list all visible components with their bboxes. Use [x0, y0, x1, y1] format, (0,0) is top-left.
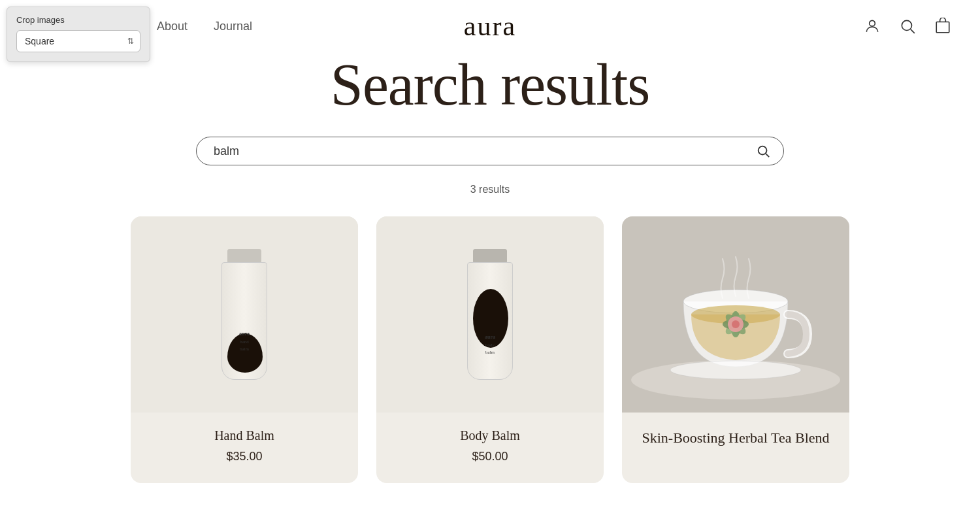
product-image-herbal-tea [622, 216, 849, 413]
main-content: Search results 3 results a [0, 52, 980, 522]
crop-images-select[interactable]: Square Original Landscape Portrait [16, 30, 140, 52]
svg-rect-3 [936, 22, 949, 33]
results-count: 3 results [52, 184, 928, 195]
svg-point-15 [732, 320, 740, 328]
product-image-hand-balm: aura handbalm [131, 216, 358, 413]
product-card-hand-balm[interactable]: aura handbalm Hand Balm $35.00 [131, 216, 358, 483]
body-balm-illustration: aura bodybalm [467, 249, 513, 380]
product-image-body-balm: aura bodybalm [376, 216, 604, 413]
product-info-herbal-tea: Skin-Boosting Herbal Tea Blend [622, 413, 849, 475]
site-logo[interactable]: aura [464, 10, 516, 42]
product-grid: aura handbalm Hand Balm $35.00 [131, 216, 849, 483]
product-name-herbal-tea: Skin-Boosting Herbal Tea Blend [638, 428, 834, 448]
svg-line-2 [911, 29, 915, 33]
product-name-body-balm: Body Balm [392, 428, 588, 443]
cart-button[interactable] [932, 15, 954, 37]
search-bar-wrapper [52, 137, 928, 165]
product-price-body-balm: $50.00 [392, 450, 588, 464]
svg-point-16 [670, 361, 801, 379]
product-info-hand-balm: Hand Balm $35.00 [131, 413, 358, 483]
search-nav-button[interactable] [896, 15, 919, 37]
cart-icon [934, 18, 951, 35]
hand-balm-illustration: aura handbalm [221, 249, 267, 380]
search-input[interactable] [214, 144, 756, 158]
product-price-hand-balm: $35.00 [146, 450, 342, 464]
product-card-body-balm[interactable]: aura bodybalm Body Balm $50.00 [376, 216, 604, 483]
search-submit-button[interactable] [756, 144, 770, 158]
nav-journal-link[interactable]: Journal [214, 20, 252, 33]
svg-point-4 [759, 146, 767, 155]
crop-panel: Crop images Square Original Landscape Po… [7, 7, 150, 62]
tea-cup-illustration [631, 223, 840, 406]
nav-left: About Journal [157, 20, 252, 33]
product-name-hand-balm: Hand Balm [146, 428, 342, 443]
nav-about-link[interactable]: About [157, 20, 188, 33]
svg-point-1 [902, 20, 911, 30]
search-submit-icon [756, 144, 770, 158]
search-bar [196, 137, 784, 165]
nav-icons [861, 15, 954, 37]
crop-panel-label: Crop images [16, 15, 140, 25]
product-card-herbal-tea[interactable]: Skin-Boosting Herbal Tea Blend [622, 216, 849, 483]
page-title: Search results [52, 52, 928, 117]
crop-select-wrapper: Square Original Landscape Portrait ⇅ [16, 30, 140, 52]
svg-point-0 [870, 20, 875, 26]
search-nav-icon [899, 18, 916, 35]
user-account-button[interactable] [861, 15, 883, 37]
user-icon [864, 18, 881, 35]
svg-line-5 [766, 154, 769, 157]
product-info-body-balm: Body Balm $50.00 [376, 413, 604, 483]
